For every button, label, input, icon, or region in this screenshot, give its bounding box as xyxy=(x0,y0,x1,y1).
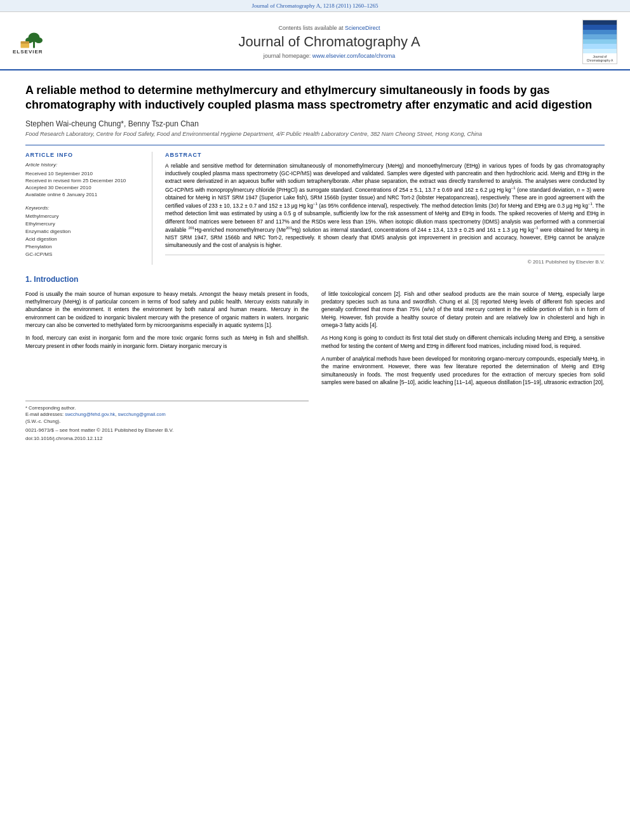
svg-rect-5 xyxy=(21,41,30,44)
keyword-5: Phenylation xyxy=(25,243,142,251)
copyright-text: © 2011 Published by Elsevier B.V. xyxy=(165,255,605,265)
abstract-heading: Abstract xyxy=(165,152,605,158)
svg-rect-4 xyxy=(21,43,30,48)
sciencedirect-link[interactable]: ScienceDirect xyxy=(345,25,380,31)
intro-right-para-3: A number of analytical methods have been… xyxy=(321,355,605,386)
doi-line: doi:10.1016/j.chroma.2010.12.112 xyxy=(25,436,309,441)
received-revised-date: Received in revised form 25 December 201… xyxy=(25,177,142,184)
keyword-1: Methylmercury xyxy=(25,213,142,220)
affiliation-text: Food Research Laboratory, Centre for Foo… xyxy=(25,131,605,137)
footnote-section: * Corresponding author. E-mail addresses… xyxy=(25,401,309,425)
journal-title-block: Contents lists available at ScienceDirec… xyxy=(76,25,582,59)
main-content: A reliable method to determine methylmer… xyxy=(0,83,630,441)
journal-homepage: journal homepage: www.elsevier.com/locat… xyxy=(76,53,582,59)
journal-bar: Journal of Chromatography A, 1218 (2011)… xyxy=(0,0,630,12)
intro-right-col: of little toxicological concern [2]. Fis… xyxy=(321,290,605,442)
elsevier-logo: ELSEVIER xyxy=(13,30,76,55)
authors-line: Stephen Wai-cheung Chung*, Benny Tsz-pun… xyxy=(25,119,605,128)
intro-right-para-2: As Hong Kong is going to conduct its fir… xyxy=(321,334,605,350)
footnote-area: * Corresponding author. E-mail addresses… xyxy=(25,401,309,442)
keyword-2: Ethylmercury xyxy=(25,220,142,228)
introduction-section: 1. Introduction Food is usually the main… xyxy=(25,275,605,442)
article-history-block: Article history: Received 10 September 2… xyxy=(25,162,142,199)
article-title: A reliable method to determine methylmer… xyxy=(25,83,605,113)
journal-main-title: Journal of Chromatography A xyxy=(76,34,582,50)
intro-left-col: Food is usually the main source of human… xyxy=(25,290,309,442)
contents-available-text: Contents lists available at ScienceDirec… xyxy=(76,25,582,31)
article-history-label: Article history: xyxy=(25,162,142,168)
keywords-label: Keywords: xyxy=(25,205,142,211)
article-info-heading: Article Info xyxy=(25,152,142,158)
keyword-6: GC-ICP/MS xyxy=(25,251,142,258)
homepage-link[interactable]: www.elsevier.com/locate/chroma xyxy=(312,53,396,59)
email-note: E-mail addresses: swcchung@fehd.gov.hk, … xyxy=(25,411,309,418)
initials-note: (S.W.-c. Chung). xyxy=(25,418,309,425)
journal-bar-text: Journal of Chromatography A, 1218 (2011)… xyxy=(252,3,379,9)
introduction-body: Food is usually the main source of human… xyxy=(25,290,605,442)
abstract-body: A reliable and sensitive method for dete… xyxy=(165,162,605,250)
available-online-date: Available online 6 January 2011 xyxy=(25,191,142,198)
intro-para-1: Food is usually the main source of human… xyxy=(25,290,309,330)
received-date: Received 10 September 2010 xyxy=(25,170,142,177)
corresponding-note: * Corresponding author. xyxy=(25,405,309,412)
section-number: 1. xyxy=(25,275,32,284)
elsevier-brand-text: ELSEVIER xyxy=(13,49,43,55)
phase-separation-text: phase separation xyxy=(365,178,407,184)
keyword-4: Acid digestion xyxy=(25,236,142,243)
keywords-block: Keywords: Methylmercury Ethylmercury Enz… xyxy=(25,205,142,258)
email1[interactable]: swcchung@fehd.gov.hk xyxy=(65,411,115,417)
abstract-column: Abstract A reliable and sensitive method… xyxy=(165,152,605,265)
svg-point-3 xyxy=(35,37,43,43)
issn-line: 0021-9673/$ – see front matter © 2011 Pu… xyxy=(25,427,309,433)
authors-text: Stephen Wai-cheung Chung*, Benny Tsz-pun… xyxy=(25,119,199,128)
article-info-abstract-section: Article Info Article history: Received 1… xyxy=(25,145,605,265)
journal-header: ELSEVIER Contents lists available at Sci… xyxy=(0,12,630,70)
journal-cover-image: Journal ofChromatography A xyxy=(582,20,617,64)
introduction-title: 1. Introduction xyxy=(25,275,605,284)
elsevier-logo-svg xyxy=(13,30,57,49)
intro-para-2: In food, mercury can exist in inorganic … xyxy=(25,334,309,350)
article-info-column: Article Info Article history: Received 1… xyxy=(25,152,152,265)
section-title: Introduction xyxy=(34,275,78,284)
email2[interactable]: swcchung@gmail.com xyxy=(117,411,165,417)
accepted-date: Accepted 30 December 2010 xyxy=(25,184,142,191)
intro-right-para-1: of little toxicological concern [2]. Fis… xyxy=(321,290,605,330)
keyword-3: Enzymatic digestion xyxy=(25,228,142,236)
